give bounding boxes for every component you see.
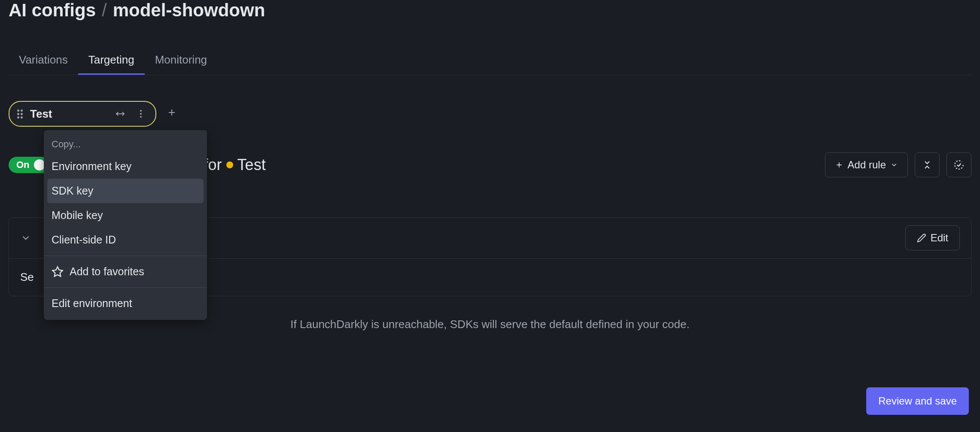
- dropdown-item-edit-environment[interactable]: Edit environment: [44, 291, 207, 316]
- environment-pill-label: Test: [30, 107, 107, 121]
- more-options-icon[interactable]: [134, 107, 148, 121]
- dropdown-item-add-favorites[interactable]: Add to favorites: [44, 259, 207, 284]
- drag-handle-icon[interactable]: [17, 110, 24, 119]
- dropdown-divider: [44, 287, 207, 288]
- edit-rule-button[interactable]: Edit: [905, 225, 960, 250]
- environment-row: Test Copy... Environment key SDK key Mob…: [9, 101, 971, 127]
- toggle-knob: [34, 159, 45, 170]
- add-rule-label: Add rule: [848, 159, 886, 171]
- toggle-label: On: [16, 159, 30, 170]
- dropdown-item-sdk-key[interactable]: SDK key: [47, 179, 204, 203]
- tab-variations[interactable]: Variations: [9, 46, 78, 75]
- dropdown-item-mobile-key[interactable]: Mobile key: [44, 203, 207, 228]
- environment-pill[interactable]: Test: [9, 101, 156, 127]
- edit-button-label: Edit: [931, 232, 948, 244]
- collapse-icon: [922, 160, 932, 170]
- environment-dropdown-menu: Copy... Environment key SDK key Mobile k…: [44, 130, 207, 320]
- dropdown-favorites-label: Add to favorites: [70, 265, 144, 278]
- svg-point-1: [140, 113, 142, 115]
- svg-point-0: [140, 110, 142, 112]
- rules-title-env: Test: [237, 156, 266, 174]
- breadcrumb-parent[interactable]: AI configs: [9, 0, 96, 21]
- svg-marker-5: [52, 267, 62, 276]
- tab-monitoring[interactable]: Monitoring: [145, 46, 217, 75]
- collapse-button[interactable]: [915, 152, 940, 177]
- add-environment-button[interactable]: [163, 103, 180, 124]
- environment-dot-icon: [226, 161, 233, 168]
- breadcrumb: AI configs / model-showdown: [9, 0, 971, 21]
- star-icon: [52, 266, 64, 278]
- check-circle-icon: [953, 159, 965, 170]
- add-rule-button[interactable]: Add rule: [825, 152, 908, 177]
- rule-body-text: Se: [20, 271, 34, 283]
- dropdown-item-environment-key[interactable]: Environment key: [44, 154, 207, 179]
- breadcrumb-separator: /: [102, 0, 107, 21]
- compare-icon[interactable]: [113, 107, 127, 121]
- pencil-icon: [917, 233, 926, 243]
- svg-point-2: [140, 116, 142, 118]
- validate-button[interactable]: [947, 152, 971, 177]
- dropdown-item-client-side-id[interactable]: Client-side ID: [44, 228, 207, 252]
- chevron-down-icon[interactable]: [20, 232, 31, 243]
- chevron-down-icon: [890, 161, 898, 169]
- breadcrumb-current: model-showdown: [113, 0, 265, 21]
- dropdown-section-label: Copy...: [44, 134, 207, 154]
- tabs: Variations Targeting Monitoring: [9, 46, 971, 75]
- dropdown-divider: [44, 256, 207, 256]
- tab-targeting[interactable]: Targeting: [78, 46, 145, 75]
- plus-icon: [835, 161, 843, 169]
